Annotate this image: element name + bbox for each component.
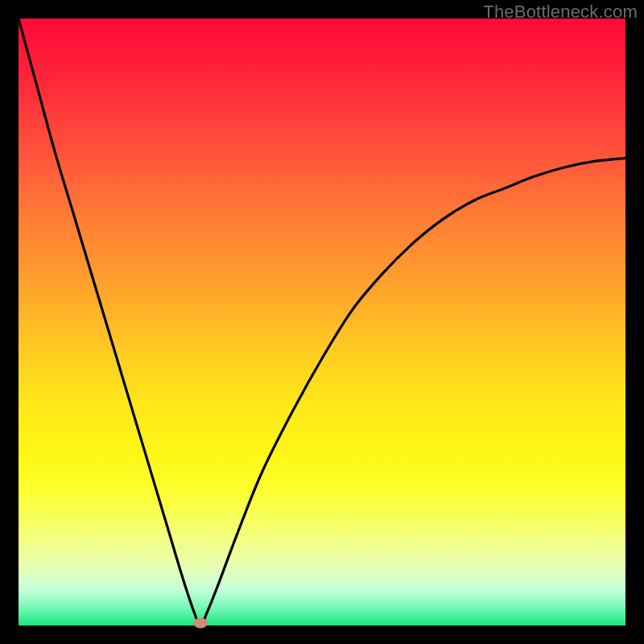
chart-curve-svg	[19, 19, 625, 625]
chart-plot-area	[19, 19, 625, 625]
watermark-text: TheBottleneck.com	[483, 2, 638, 23]
optimum-marker	[193, 617, 208, 628]
bottleneck-curve	[19, 19, 625, 625]
